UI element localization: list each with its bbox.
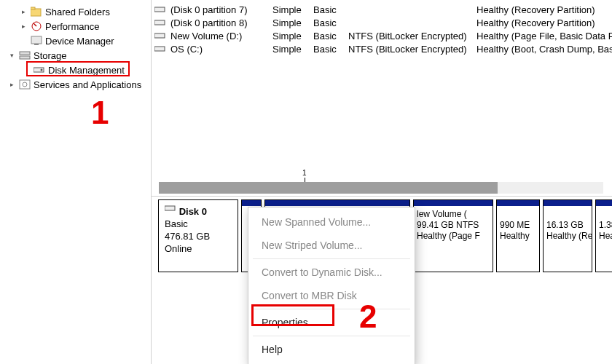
partition-block[interactable]: 990 ME Healthy [496,199,540,272]
block-label: Heal [599,231,612,241]
volume-name: OS (C:) [170,44,268,55]
tree-item-performance[interactable]: ▸ Performance [1,19,149,33]
menu-separator [253,309,410,309]
volume-table[interactable]: (Disk 0 partition 7) Simple Basic Health… [152,0,612,55]
svg-point-9 [41,69,43,71]
partition-block[interactable]: lew Volume ( 99.41 GB NTFS Healthy (Page… [413,199,493,272]
volume-status: Healthy (Recovery Partition) [476,4,612,15]
disk-management-icon [34,64,45,76]
services-icon [19,79,31,90]
volume-row[interactable]: OS (C:) Simple Basic NTFS (BitLocker Enc… [154,42,612,55]
block-label: 990 ME [500,220,530,230]
volume-row[interactable]: (Disk 0 partition 8) Simple Basic Health… [154,16,612,29]
tree-label: Services and Applications [34,79,141,90]
volume-fs: NTFS (BitLocker Encrypted) [348,31,472,41]
volume-status: Healthy (Boot, Crash Dump, Basic Da [476,44,612,55]
performance-icon [31,20,42,32]
svg-rect-5 [34,44,39,45]
storage-icon [19,50,31,61]
volume-type: Basic [313,31,344,41]
menu-new-striped[interactable]: New Striped Volume... [248,234,415,257]
scroll-tick-label: 1 [302,169,307,177]
block-label: 1.38 [599,220,612,230]
volume-type: Basic [313,44,344,55]
volume-type: Basic [313,17,344,28]
disk-state: Online [165,243,192,254]
volume-icon [154,44,166,53]
disk-title: Disk 0 [179,206,207,217]
block-label: 16.13 GB [546,220,584,230]
annotation-number-1: 1 [91,95,109,131]
chevron-right-icon: ▸ [22,8,28,15]
menu-new-spanned[interactable]: New Spanned Volume... [248,210,415,234]
svg-rect-15 [154,47,165,51]
folder-shared-icon [31,6,42,17]
svg-rect-12 [154,7,165,12]
svg-rect-16 [165,206,175,210]
block-label: lew Volume ( [417,209,467,219]
volume-fs: NTFS (BitLocker Encrypted) [348,44,472,55]
volume-row[interactable]: New Volume (D:) Simple Basic NTFS (BitLo… [154,29,612,42]
block-label: Healthy [500,231,530,241]
tree-pane: ▸ Shared Folders ▸ Performance Device Ma… [0,0,152,364]
chevron-down-icon: ▾ [10,52,16,59]
tree-item-shared-folders[interactable]: ▸ Shared Folders [1,4,149,19]
tree-label: Device Manager [45,36,114,47]
tree-item-device-manager[interactable]: Device Manager [1,33,149,48]
volume-name: (Disk 0 partition 8) [170,17,268,28]
tree-item-storage[interactable]: ▾ Storage [1,48,149,63]
chevron-right-icon: ▸ [22,23,28,30]
svg-rect-13 [154,20,165,25]
tree-label: Performance [45,21,99,32]
volume-row[interactable]: (Disk 0 partition 7) Simple Basic Health… [154,3,612,16]
scroll-tick [305,178,305,182]
volume-status: Healthy (Page File, Basic Data Partiti [476,31,612,41]
volume-icon [154,5,166,14]
tree-item-disk-management[interactable]: Disk Management [1,63,149,77]
context-menu: New Spanned Volume... New Striped Volume… [248,207,415,364]
menu-properties[interactable]: Properties [248,311,415,334]
volume-name: New Volume (D:) [170,31,268,41]
disk-icon [165,205,176,216]
block-label: 99.41 GB NTFS [417,220,479,230]
annotation-number-2: 2 [359,298,377,335]
pane-divider[interactable] [152,196,612,197]
volume-icon [154,18,166,27]
partition-block[interactable]: 16.13 GB Healthy (Re [543,199,592,272]
chevron-right-icon: ▸ [10,81,16,88]
disk-header[interactable]: Disk 0 Basic 476.81 GB Online [158,199,238,272]
menu-help[interactable]: Help [248,338,415,361]
svg-rect-4 [31,36,42,44]
block-label: Healthy (Page F [417,231,480,241]
menu-convert-mbr[interactable]: Convert to MBR Disk [248,284,415,307]
volume-layout: Simple [272,17,309,28]
tree-label: Storage [34,50,67,61]
svg-rect-1 [31,7,35,9]
volume-type: Basic [313,4,344,15]
volume-name: (Disk 0 partition 7) [170,4,268,15]
partition-block[interactable]: 1.38 Heal [595,199,612,272]
menu-separator [253,336,410,336]
horizontal-scroll-thumb[interactable] [159,182,498,194]
volume-icon [154,31,166,40]
tree-label: Shared Folders [45,7,110,17]
svg-rect-14 [154,33,165,38]
menu-convert-dynamic[interactable]: Convert to Dynamic Disk... [248,261,415,284]
disk-type: Basic [165,218,188,229]
tree-label: Disk Management [48,65,125,76]
menu-separator [253,258,410,259]
volume-layout: Simple [272,44,309,55]
volume-status: Healthy (Recovery Partition) [476,17,612,28]
block-label: Healthy (Re [546,231,592,241]
svg-rect-7 [20,56,30,59]
svg-rect-10 [20,80,30,89]
disk-size: 476.81 GB [165,231,210,242]
tree-item-services-apps[interactable]: ▸ Services and Applications [1,77,149,92]
volume-layout: Simple [272,31,309,41]
volume-layout: Simple [272,4,309,15]
svg-rect-6 [20,52,30,55]
device-manager-icon [31,35,42,47]
